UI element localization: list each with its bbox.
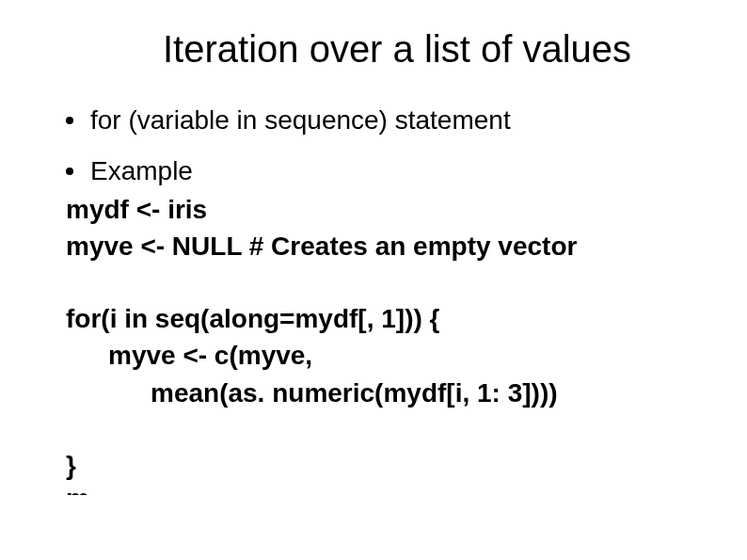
code-line: mean(as. numeric(mydf[i, 1: 3]))) — [66, 375, 700, 411]
bullet-text: for (variable in sequence) statement — [90, 104, 511, 137]
code-block: for(i in seq(along=mydf[, 1])) { myve <-… — [66, 300, 700, 411]
bullet-text: Example — [90, 154, 193, 188]
slide-content: for (variable in sequence) statement Exa… — [47, 104, 700, 495]
bullet-item: for (variable in sequence) statement — [66, 104, 700, 137]
cutoff-text: m — [66, 486, 700, 495]
code-line: mydf <- iris — [66, 191, 700, 228]
bullet-icon — [66, 168, 73, 175]
slide-title: Iteration over a list of values — [94, 28, 700, 71]
code-line: myve <- NULL # Creates an empty vector — [66, 228, 700, 264]
code-line: myve <- c(myve, — [66, 337, 700, 374]
bullet-icon — [66, 117, 73, 124]
code-line: } — [66, 447, 700, 484]
code-line: for(i in seq(along=mydf[, 1])) { — [66, 300, 700, 337]
slide-container: Iteration over a list of values for (var… — [0, 0, 747, 495]
bullet-item: Example — [66, 154, 700, 188]
